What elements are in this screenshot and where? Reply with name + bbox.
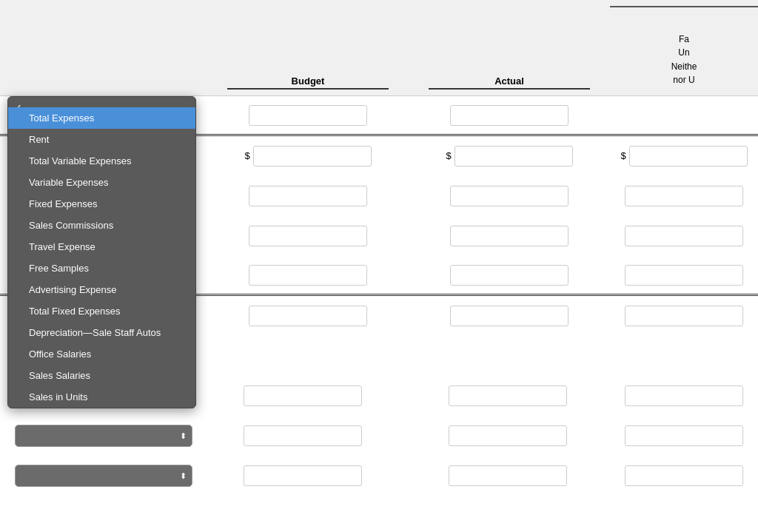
row-5-right-input[interactable] — [625, 265, 743, 286]
row-2-actual-cell: $ — [409, 146, 610, 166]
dropdown-item-rent-label: Rent — [29, 134, 49, 145]
row-5-budget-cell — [207, 265, 409, 286]
row-6-budget-input[interactable] — [249, 306, 367, 326]
actual-label: Actual — [409, 75, 610, 87]
select-row-3 — [0, 416, 758, 456]
row-6-right-input[interactable] — [625, 306, 743, 326]
select-wrapper-3 — [15, 425, 192, 447]
select-cell-3 — [7, 425, 200, 447]
row-4-budget-cell — [207, 226, 409, 246]
select-row-4-actual-cell — [405, 465, 610, 486]
dropdown-item-sales-in-units-label: Sales in Units — [29, 391, 87, 403]
neither-column-header: Fa Un Neithe nor U — [610, 33, 758, 90]
dropdown-item-depreciation-label: Depreciation—Sale Staff Autos — [29, 327, 161, 338]
row-1-actual-cell — [409, 105, 610, 126]
header-row: Budget Actual Fa Un Neithe nor U — [0, 0, 758, 96]
row-6-actual-cell — [409, 306, 610, 326]
row-2-right-input[interactable] — [629, 146, 748, 166]
row-4-actual-input[interactable] — [450, 226, 568, 246]
dropdown-item-total-expenses[interactable]: Total Expenses — [8, 107, 195, 129]
dropdown-item-travel-expense[interactable]: Travel Expense — [8, 236, 195, 257]
select-row-2-actual-cell — [405, 385, 610, 406]
dropdown-item-variable-expenses-label: Variable Expenses — [29, 177, 108, 188]
select-row-4-right-cell — [610, 465, 758, 486]
dropdown-item-variable-expenses[interactable]: Variable Expenses — [8, 172, 195, 193]
select-4[interactable] — [15, 465, 192, 487]
select-row-2-actual-input[interactable] — [449, 385, 567, 406]
row-5-actual-input[interactable] — [450, 265, 568, 286]
dollar-sign-2: $ — [446, 150, 451, 161]
dropdown-checkmark-item — [8, 97, 195, 107]
row-4-budget-input[interactable] — [249, 226, 367, 246]
row-2-budget-cell: $ — [207, 146, 409, 166]
dropdown-item-sales-in-units[interactable]: Sales in Units — [8, 386, 195, 408]
row-5-budget-input[interactable] — [249, 265, 367, 286]
select-cell-4 — [7, 465, 200, 487]
dropdown-item-sales-commissions[interactable]: Sales Commissions — [8, 215, 195, 236]
dropdown-item-sales-salaries-label: Sales Salaries — [29, 370, 90, 381]
select-row-4-budget-cell — [200, 465, 405, 486]
row-2-budget-input[interactable] — [253, 146, 372, 166]
dropdown-item-free-samples[interactable]: Free Samples — [8, 257, 195, 279]
row-6-actual-input[interactable] — [450, 306, 568, 326]
select-row-3-budget-cell — [200, 425, 405, 446]
row-1-actual-input[interactable] — [450, 105, 568, 126]
row-3-actual-input[interactable] — [450, 186, 568, 206]
dropdown-item-total-variable-expenses-label: Total Variable Expenses — [29, 155, 132, 166]
select-row-3-right-cell — [610, 425, 758, 446]
select-row-3-budget-input[interactable] — [244, 425, 362, 446]
select-row-3-right-input[interactable] — [625, 425, 743, 446]
row-4-right-input[interactable] — [625, 226, 743, 246]
select-row-2-right-cell — [610, 385, 758, 406]
dropdown-item-fixed-expenses-label: Fixed Expenses — [29, 198, 98, 209]
select-row-4-actual-input[interactable] — [449, 465, 567, 486]
dropdown-item-advertising-expense[interactable]: Advertising Expense — [8, 279, 195, 300]
dropdown-item-fixed-expenses[interactable]: Fixed Expenses — [8, 193, 195, 215]
row-2-right-cell: $ — [610, 146, 758, 166]
page-wrapper: Budget Actual Fa Un Neithe nor U $ — [0, 0, 758, 532]
dollar-sign-1: $ — [244, 150, 249, 161]
select-wrapper-4 — [15, 465, 192, 487]
select-row-3-actual-input[interactable] — [449, 425, 567, 446]
dropdown-item-office-salaries[interactable]: Office Salaries — [8, 343, 195, 365]
dropdown-item-travel-expense-label: Travel Expense — [29, 241, 95, 252]
top-right-border — [610, 0, 758, 7]
row-2-actual-input[interactable] — [455, 146, 573, 166]
budget-label: Budget — [207, 75, 409, 87]
row-6-budget-cell — [207, 306, 409, 326]
select-row-4-right-input[interactable] — [625, 465, 743, 486]
budget-column-header: Budget — [207, 75, 409, 90]
dropdown-item-free-samples-label: Free Samples — [29, 263, 89, 274]
row-1-budget-cell — [207, 105, 409, 126]
dropdown-item-depreciation[interactable]: Depreciation—Sale Staff Autos — [8, 322, 195, 343]
actual-column-header: Actual — [409, 75, 610, 90]
row-3-right-input[interactable] — [625, 186, 743, 206]
dropdown-item-total-fixed-expenses-label: Total Fixed Expenses — [29, 306, 121, 317]
dropdown-item-sales-salaries[interactable]: Sales Salaries — [8, 365, 195, 386]
dropdown-item-total-variable-expenses[interactable]: Total Variable Expenses — [8, 150, 195, 172]
row-4-right-cell — [610, 226, 758, 246]
dropdown-menu: Total Expenses Rent Total Variable Expen… — [7, 96, 196, 408]
neither-label: Fa Un Neithe nor U — [671, 34, 697, 85]
select-3[interactable] — [15, 425, 192, 447]
dropdown-item-total-fixed-expenses[interactable]: Total Fixed Expenses — [8, 300, 195, 322]
row-4-actual-cell — [409, 226, 610, 246]
select-row-4 — [0, 456, 758, 496]
dropdown-item-office-salaries-label: Office Salaries — [29, 349, 91, 360]
dropdown-item-total-expenses-label: Total Expenses — [29, 112, 94, 124]
select-row-2-budget-input[interactable] — [244, 385, 362, 406]
select-row-3-actual-cell — [405, 425, 610, 446]
row-5-right-cell — [610, 265, 758, 286]
row-3-actual-cell — [409, 186, 610, 206]
row-5-actual-cell — [409, 265, 610, 286]
select-row-4-budget-input[interactable] — [244, 465, 362, 486]
dropdown-item-rent[interactable]: Rent — [8, 129, 195, 150]
row-3-budget-cell — [207, 186, 409, 206]
dropdown-item-sales-commissions-label: Sales Commissions — [29, 220, 113, 231]
row-1-budget-input[interactable] — [249, 105, 367, 126]
dollar-sign-3: $ — [620, 150, 625, 161]
dropdown-item-advertising-expense-label: Advertising Expense — [29, 284, 117, 295]
select-row-2-right-input[interactable] — [625, 385, 743, 406]
row-6-right-cell — [610, 306, 758, 326]
row-3-budget-input[interactable] — [249, 186, 367, 206]
